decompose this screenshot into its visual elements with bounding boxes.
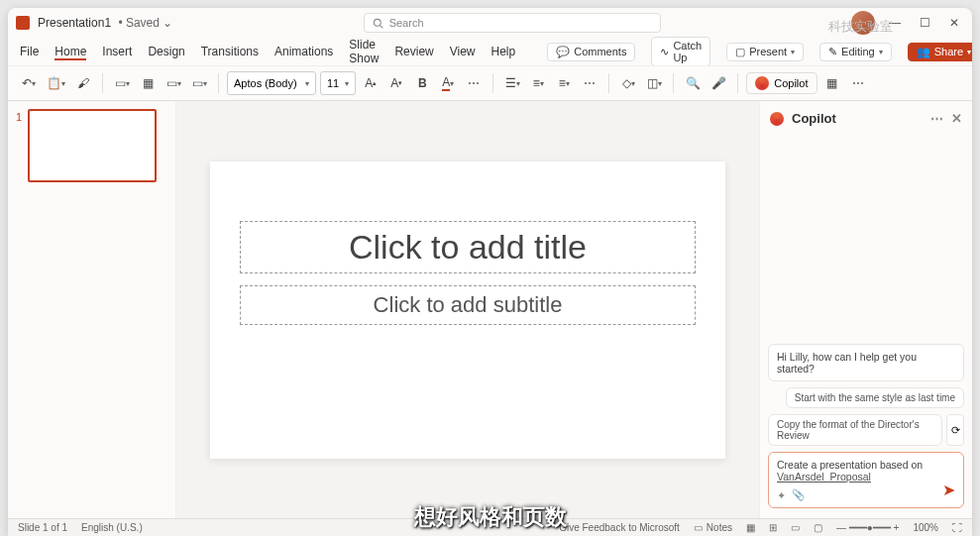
feedback-link[interactable]: Give Feedback to Microsoft [559, 522, 680, 533]
menu-transitions[interactable]: Transitions [201, 43, 259, 60]
slide-thumbnails-panel: 1 [8, 101, 176, 518]
shapes-button[interactable]: ◇▾ [617, 71, 639, 95]
fit-button[interactable]: ⛶ [952, 522, 962, 533]
zoom-slider[interactable]: — ━━━●━━━ + [836, 522, 899, 533]
sparkle-icon[interactable]: ✦ [777, 489, 786, 501]
paste-button[interactable]: 📋▾ [44, 71, 68, 95]
editing-button[interactable]: ✎ Editing ▾ [819, 43, 892, 61]
more-font-button[interactable]: ⋯ [463, 71, 485, 95]
section-button[interactable]: ▭▾ [188, 71, 210, 95]
comments-button[interactable]: 💬 Comments [547, 43, 635, 61]
attachment-icon[interactable]: 📎 [792, 488, 805, 501]
menu-file[interactable]: File [20, 43, 39, 60]
menu-insert[interactable]: Insert [102, 43, 132, 60]
menu-animations[interactable]: Animations [274, 43, 333, 60]
copilot-icon [755, 76, 769, 90]
more-ribbon-button[interactable]: ⋯ [847, 71, 869, 95]
copilot-suggestion-1[interactable]: Start with the same style as last time [786, 387, 964, 408]
font-color-button[interactable]: A▾ [437, 71, 459, 95]
font-size-select[interactable]: 11▾ [320, 71, 356, 95]
menu-home[interactable]: Home [54, 43, 86, 60]
present-button[interactable]: ▢ Present ▾ [726, 43, 804, 61]
menu-design[interactable]: Design [148, 43, 184, 60]
copilot-icon [770, 112, 784, 126]
copilot-close-button[interactable]: ✕ [951, 111, 962, 126]
bullets-button[interactable]: ☰▾ [501, 71, 523, 95]
view-sorter-button[interactable]: ⊞ [769, 522, 777, 533]
arrange-button[interactable]: ◫▾ [643, 71, 665, 95]
user-avatar[interactable] [851, 11, 875, 35]
reuse-button[interactable]: ▭▾ [163, 71, 184, 95]
menu-bar: File Home Insert Design Transitions Anim… [8, 38, 972, 65]
maximize-button[interactable]: ☐ [915, 16, 934, 30]
slide-canvas[interactable]: Click to add title Click to add subtitle [210, 161, 725, 459]
ribbon-toolbar: ↶▾ 📋▾ 🖌 ▭▾ ▦ ▭▾ ▭▾ Aptos (Body)▾ 11▾ A▴ … [8, 65, 972, 101]
slide-counter[interactable]: Slide 1 of 1 [18, 522, 67, 533]
view-reading-button[interactable]: ▭ [791, 522, 800, 533]
share-button[interactable]: 👥 Share ▾ [908, 43, 972, 61]
slide-thumbnail-1[interactable] [28, 109, 157, 182]
menu-slideshow[interactable]: Slide Show [349, 36, 379, 67]
close-button[interactable]: ✕ [944, 16, 964, 30]
bold-button[interactable]: B [411, 71, 433, 95]
notes-button[interactable]: ▭ Notes [694, 522, 732, 533]
numbering-button[interactable]: ≡▾ [527, 71, 549, 95]
find-button[interactable]: 🔍 [682, 71, 704, 95]
copilot-more-button[interactable]: ⋯ [930, 111, 943, 126]
designer-button[interactable]: ▦ [821, 71, 843, 95]
copilot-attachment-link[interactable]: VanArsdel_Proposal [777, 471, 871, 482]
document-title[interactable]: Presentation1 [38, 16, 111, 30]
zoom-level[interactable]: 100% [913, 522, 938, 533]
font-family-select[interactable]: Aptos (Body)▾ [227, 71, 316, 95]
copilot-suggestion-2[interactable]: Copy the format of the Director's Review [768, 414, 942, 446]
copilot-input[interactable]: Create a presentation based on VanArsdel… [768, 452, 964, 508]
language-status[interactable]: English (U.S.) [81, 522, 143, 533]
copilot-ribbon-button[interactable]: Copilot [746, 72, 817, 94]
decrease-font-button[interactable]: A▾ [385, 71, 407, 95]
minimize-button[interactable]: — [885, 16, 905, 30]
view-slideshow-button[interactable]: ▢ [814, 522, 822, 533]
layout-button[interactable]: ▦ [137, 71, 159, 95]
save-state[interactable]: • Saved ⌄ [115, 16, 172, 30]
more-para-button[interactable]: ⋯ [579, 71, 600, 95]
search-icon [373, 18, 383, 29]
view-normal-button[interactable]: ▦ [746, 522, 755, 533]
slide-editor: Click to add title Click to add subtitle [176, 101, 759, 518]
menu-help[interactable]: Help [491, 43, 516, 60]
format-painter-button[interactable]: 🖌 [72, 71, 94, 95]
align-button[interactable]: ≡▾ [553, 71, 575, 95]
thumbnail-number: 1 [16, 109, 22, 182]
increase-font-button[interactable]: A▴ [360, 71, 381, 95]
copilot-title: Copilot [792, 111, 836, 126]
copilot-refresh-button[interactable]: ⟳ [946, 414, 964, 446]
title-placeholder[interactable]: Click to add title [240, 221, 696, 273]
svg-line-1 [380, 25, 382, 28]
title-bar: Presentation1 • Saved ⌄ Search — ☐ ✕ [8, 8, 972, 38]
powerpoint-icon [16, 16, 30, 30]
new-slide-button[interactable]: ▭▾ [111, 71, 133, 95]
svg-point-0 [374, 19, 381, 26]
undo-button[interactable]: ↶▾ [18, 71, 40, 95]
subtitle-placeholder[interactable]: Click to add subtitle [240, 285, 696, 325]
dictate-button[interactable]: 🎤 [708, 71, 729, 95]
menu-view[interactable]: View [450, 43, 476, 60]
cursor-icon: ➤ [942, 481, 955, 499]
status-bar: Slide 1 of 1 English (U.S.) Give Feedbac… [8, 518, 972, 536]
menu-review[interactable]: Review [394, 43, 433, 60]
copilot-panel: Copilot ⋯ ✕ Hi Lilly, how can I help get… [759, 101, 972, 518]
search-box[interactable]: Search [364, 13, 661, 33]
catchup-button[interactable]: ∿ Catch Up [651, 37, 710, 66]
copilot-greeting: Hi Lilly, how can I help get you started… [768, 344, 964, 381]
